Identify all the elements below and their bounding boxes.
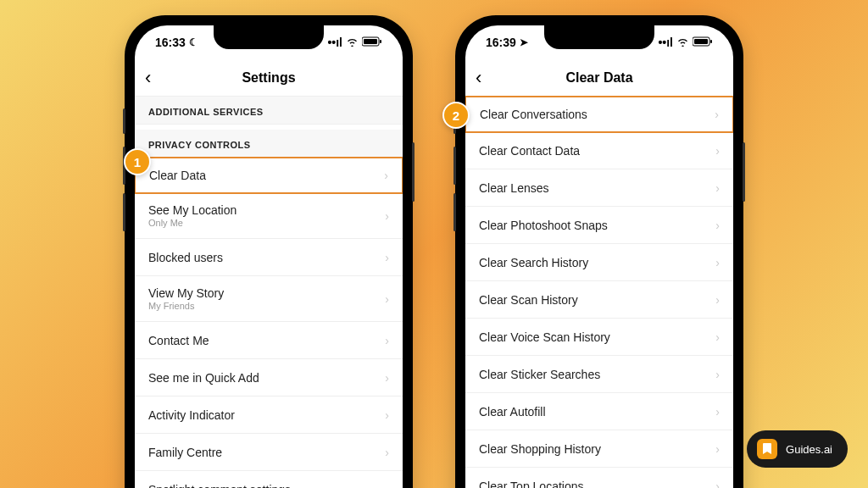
row-activity-indicator[interactable]: Activity Indicator › (135, 396, 403, 434)
row-sublabel: Only Me (148, 218, 236, 228)
svg-rect-4 (694, 39, 708, 44)
row-clear-lenses[interactable]: Clear Lenses › (465, 169, 733, 207)
row-label: Clear Data (149, 169, 206, 182)
nav-header: ‹ Settings (135, 59, 403, 97)
signal-icon: ••ıl (658, 36, 673, 49)
row-label: Clear Photoshoot Snaps (479, 219, 608, 232)
row-clear-photoshoot[interactable]: Clear Photoshoot Snaps › (465, 207, 733, 244)
status-indicators: ••ıl (327, 36, 382, 49)
row-clear-scan-history[interactable]: Clear Scan History › (465, 281, 733, 319)
chevron-right-icon: › (385, 371, 389, 385)
section-additional: ADDITIONAL SERVICES (135, 97, 403, 125)
row-clear-voice-scan[interactable]: Clear Voice Scan History › (465, 319, 733, 356)
row-label: Clear Conversations (480, 108, 587, 121)
row-quick-add[interactable]: See me in Quick Add › (135, 359, 403, 396)
row-clear-data[interactable]: Clear Data › (135, 157, 403, 194)
chevron-right-icon: › (715, 480, 720, 489)
row-clear-search-history[interactable]: Clear Search History › (465, 244, 733, 281)
row-label: Clear Lenses (479, 181, 549, 195)
chevron-right-icon: › (715, 108, 719, 121)
row-label: Blocked users (148, 251, 223, 264)
row-label: Clear Shopping History (479, 442, 601, 456)
page-title: Settings (242, 70, 295, 86)
chevron-right-icon: › (385, 483, 389, 489)
row-clear-top-locations[interactable]: Clear Top Locations › (465, 468, 733, 488)
row-label: Contact Me (148, 334, 209, 347)
watermark: Guides.ai (747, 430, 848, 468)
svg-rect-5 (710, 40, 712, 43)
phone-mockup-left: 16:33 ☾ ••ıl ‹ Settings ADDITIONAL SERVI (125, 15, 413, 488)
chevron-right-icon: › (715, 181, 720, 195)
row-label: Family Centre (148, 446, 222, 459)
chevron-right-icon: › (385, 446, 389, 459)
row-contact-me[interactable]: Contact Me › (135, 322, 403, 359)
row-label: Clear Contact Data (479, 144, 580, 158)
row-label: Spotlight comment settings (148, 483, 291, 489)
row-clear-sticker-searches[interactable]: Clear Sticker Searches › (465, 356, 733, 393)
back-button[interactable]: ‹ (476, 67, 481, 89)
row-label: Clear Search History (479, 256, 588, 269)
chevron-right-icon: › (715, 442, 720, 456)
row-label: Clear Scan History (479, 293, 578, 307)
row-family-centre[interactable]: Family Centre › (135, 434, 403, 471)
status-time: 16:33 (155, 36, 186, 49)
chevron-right-icon: › (385, 292, 389, 306)
battery-icon (362, 36, 382, 49)
row-label: View My Story (148, 286, 224, 300)
chevron-right-icon: › (715, 330, 720, 344)
section-privacy: PRIVACY CONTROLS (135, 130, 403, 158)
status-indicators: ••ıl (658, 36, 713, 49)
svg-rect-2 (380, 40, 381, 43)
status-time: 16:39 (486, 36, 516, 49)
chevron-right-icon: › (715, 368, 720, 381)
chevron-right-icon: › (385, 408, 389, 422)
row-clear-conversations[interactable]: Clear Conversations › (465, 96, 733, 133)
row-blocked-users[interactable]: Blocked users › (135, 239, 403, 276)
row-clear-autofill[interactable]: Clear Autofill › (465, 393, 733, 430)
location-icon: ➤ (520, 36, 528, 48)
row-view-story[interactable]: View My Story My Friends › (135, 276, 403, 322)
row-sublabel: My Friends (148, 301, 224, 311)
row-label: Clear Top Locations (479, 480, 583, 489)
row-label: See me in Quick Add (148, 371, 259, 385)
chevron-right-icon: › (715, 256, 720, 269)
chevron-right-icon: › (715, 144, 720, 158)
nav-header: ‹ Clear Data (465, 59, 733, 97)
moon-icon: ☾ (189, 36, 198, 48)
phone-mockup-right: 16:39 ➤ ••ıl ‹ Clear Data Clea (455, 15, 743, 488)
chevron-right-icon: › (385, 334, 389, 347)
row-spotlight-comments[interactable]: Spotlight comment settings › (135, 471, 403, 488)
chevron-right-icon: › (385, 209, 389, 223)
step-badge-1: 1 (124, 148, 151, 175)
row-clear-shopping[interactable]: Clear Shopping History › (465, 430, 733, 468)
step-badge-2: 2 (442, 102, 470, 129)
svg-rect-1 (364, 39, 377, 44)
row-label: Clear Sticker Searches (479, 368, 600, 381)
watermark-text: Guides.ai (786, 443, 832, 456)
row-label: Clear Voice Scan History (479, 330, 610, 344)
row-label: Activity Indicator (148, 408, 235, 422)
back-button[interactable]: ‹ (145, 67, 151, 89)
wifi-icon (346, 36, 359, 49)
row-see-location[interactable]: See My Location Only Me › (135, 193, 403, 239)
phone-notch (214, 25, 324, 49)
chevron-right-icon: › (385, 251, 389, 264)
row-label: See My Location (148, 203, 236, 217)
signal-icon: ••ıl (327, 36, 342, 49)
chevron-right-icon: › (384, 169, 388, 182)
battery-icon (693, 36, 713, 49)
bookmark-icon (757, 439, 777, 459)
chevron-right-icon: › (715, 405, 720, 419)
row-clear-contact-data[interactable]: Clear Contact Data › (465, 132, 733, 169)
page-title: Clear Data (565, 70, 632, 86)
chevron-right-icon: › (715, 293, 720, 307)
phone-notch (544, 25, 654, 49)
row-label: Clear Autofill (479, 405, 546, 419)
chevron-right-icon: › (715, 219, 720, 232)
wifi-icon (676, 36, 689, 49)
